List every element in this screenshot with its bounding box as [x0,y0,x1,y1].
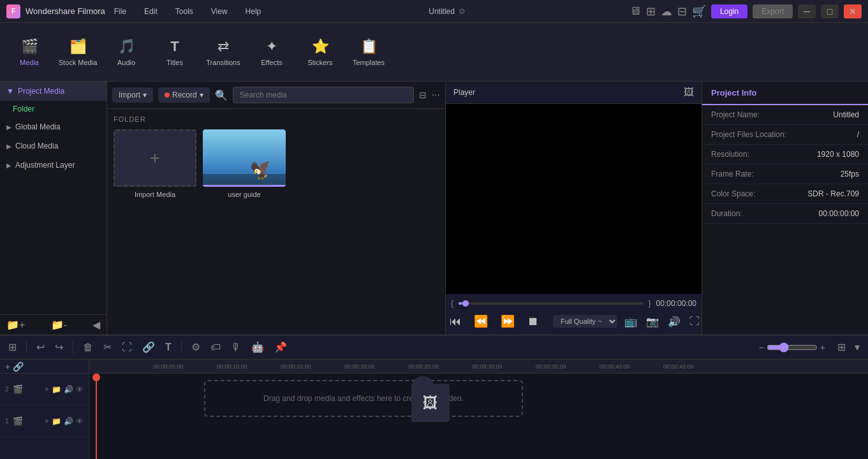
toolbar-media[interactable]: 🎬 Media [6,27,52,78]
track-1-add-button[interactable]: + [45,417,49,426]
thumb-content: 🦅 [203,129,286,187]
menu-help[interactable]: Help [242,4,265,18]
toolbar-titles-label: Titles [166,59,183,66]
snapshot-button[interactable]: 📷 [644,314,661,330]
import-placeholder[interactable]: + [114,129,196,187]
zoom-out-icon[interactable]: − [759,342,764,353]
search-media-input[interactable] [233,87,414,103]
arrow-icon-3: ▶ [6,162,11,169]
list-view-button[interactable]: ▾ [851,339,863,355]
project-media-section[interactable]: ▼ Project Media [0,82,107,101]
delete-button[interactable]: 🗑 [80,340,96,355]
crop-button[interactable]: ⛶ [119,340,135,355]
record-button[interactable]: Record ▾ [158,87,210,103]
track-2-add-button[interactable]: + [45,385,49,394]
zoom-in-icon[interactable]: + [820,342,825,353]
track-1-folder-button[interactable]: 📁 [52,417,61,426]
detach-audio-button[interactable]: 🔗 [139,339,158,355]
user-guide-media-item[interactable]: 🦅 user guide [203,129,286,200]
track-2-label: 2 🎬 + 📁 🔊 👁 [0,374,89,405]
text-button[interactable]: T [162,340,175,355]
zoom-slider[interactable] [767,342,818,353]
resolution-value: 1920 x 1080 [817,150,859,159]
icon-monitor[interactable]: 🖥 [629,4,641,18]
record-voice-button[interactable]: 🎙 [228,340,244,355]
grid-view-button[interactable]: ⊞ [834,339,849,355]
login-button[interactable]: Login [711,4,747,18]
toolbar-stickers[interactable]: ⭐ Stickers [297,27,343,78]
redo-button[interactable]: ↪ [52,339,66,355]
toolbar-stock-media[interactable]: 🗂️ Stock Media [55,27,101,78]
remove-folder-icon[interactable]: 📁- [51,319,67,331]
step-back-button[interactable]: ⏪ [470,313,492,330]
toolbar-effects[interactable]: ✦ Effects [249,27,295,78]
toolbar-audio[interactable]: 🎵 Audio [103,27,149,78]
player-settings-icon[interactable]: 🖼 [684,87,694,98]
minimize-button[interactable]: ─ [798,4,816,18]
track-1-eye-button[interactable]: 👁 [76,417,84,426]
collapse-panel-icon[interactable]: ◀ [92,319,100,331]
folder-button[interactable]: Folder [0,101,107,117]
menu-file[interactable]: File [110,4,130,18]
icon-cart[interactable]: 🛒 [692,4,706,18]
player-controls: { } 00:00:00:00 ⏮ ⏪ ⏩ ⏹ Full Quality ~ 1… [446,294,702,335]
toolbar-templates[interactable]: 📋 Templates [346,27,392,78]
ruler-mark-9: 00:00:45:00 [663,363,694,370]
marker-button[interactable]: 🏷 [207,340,224,355]
icon-layout[interactable]: ⊟ [677,4,687,18]
record-label: Record [172,91,197,99]
screen-mode-button[interactable]: 📺 [622,314,639,330]
track-2-eye-button[interactable]: 👁 [76,385,84,394]
import-media-item[interactable]: + Import Media [114,129,196,200]
menu-view[interactable]: View [207,4,232,18]
ai-tools-button[interactable]: 🤖 [248,339,267,355]
main-content: ▼ Project Media Folder ▶ Global Media ▶ … [0,82,868,335]
cloud-media-section[interactable]: ▶ Cloud Media [0,136,107,156]
track-2-number: 2 [5,386,9,393]
speed-button[interactable]: ⚙ [188,339,203,355]
timeline-tracks[interactable]: Drag and drop media and effects here to … [89,374,868,459]
step-forward-button[interactable]: ⏩ [497,313,519,330]
track-1-audio-button[interactable]: 🔊 [64,417,73,426]
global-media-section[interactable]: ▶ Global Media [0,117,107,136]
media-content: FOLDER + Import Media 🦅 [107,109,445,335]
snap-button[interactable]: 📌 [271,339,290,355]
search-icon: 🔍 [215,89,228,101]
toolbar-stickers-label: Stickers [307,59,332,66]
ruler-mark-1: 00:00:05:00 [153,363,184,370]
stop-button[interactable]: ⏹ [524,314,543,330]
add-track-button[interactable]: ⊞ [5,339,20,355]
link-tracks-button[interactable]: 🔗 [13,361,24,372]
close-button[interactable]: ✕ [844,4,862,18]
menu-tools[interactable]: Tools [172,4,197,18]
filter-icon[interactable]: ⊟ [419,90,427,100]
more-options-icon[interactable]: ··· [432,89,440,101]
icon-cloud[interactable]: ☁ [661,4,672,18]
icon-grid[interactable]: ⊞ [646,4,656,18]
export-button[interactable]: Export [753,4,793,18]
toolbar-titles[interactable]: T Titles [152,27,198,78]
toolbar-transitions[interactable]: ⇄ Transitions [200,27,246,78]
toolbar-templates-label: Templates [353,59,385,66]
timeline-ruler[interactable]: 00:00:05:00 00:00:10:00 00:00:15:00 00:0… [89,360,868,374]
undo-button[interactable]: ↩ [33,339,48,355]
add-folder-icon[interactable]: 📁+ [6,319,25,331]
adjustment-layer-section[interactable]: ▶ Adjustment Layer [0,156,107,175]
split-button[interactable]: ✂ [100,339,115,355]
drop-zone[interactable]: Drag and drop media and effects here to … [204,380,523,417]
add-video-track-button[interactable]: + [5,361,10,372]
progress-handle[interactable] [462,300,469,307]
import-button[interactable]: Import ▾ [112,87,153,103]
track-1-icon: 🎬 [13,416,23,426]
quality-select[interactable]: Full Quality ~ 1/2 Quality 1/4 Quality [553,315,617,328]
media-thumbnail-track[interactable]: 🖼 [411,384,450,422]
playhead[interactable] [96,374,97,459]
skip-back-button[interactable]: ⏮ [446,314,465,330]
track-2-folder-button[interactable]: 📁 [52,385,61,394]
progress-bar[interactable] [459,302,644,305]
fullscreen-button[interactable]: ⛶ [688,314,702,329]
track-2-audio-button[interactable]: 🔊 [64,385,73,394]
audio-button[interactable]: 🔊 [666,314,682,330]
maximize-button[interactable]: □ [821,4,839,18]
menu-edit[interactable]: Edit [140,4,161,18]
